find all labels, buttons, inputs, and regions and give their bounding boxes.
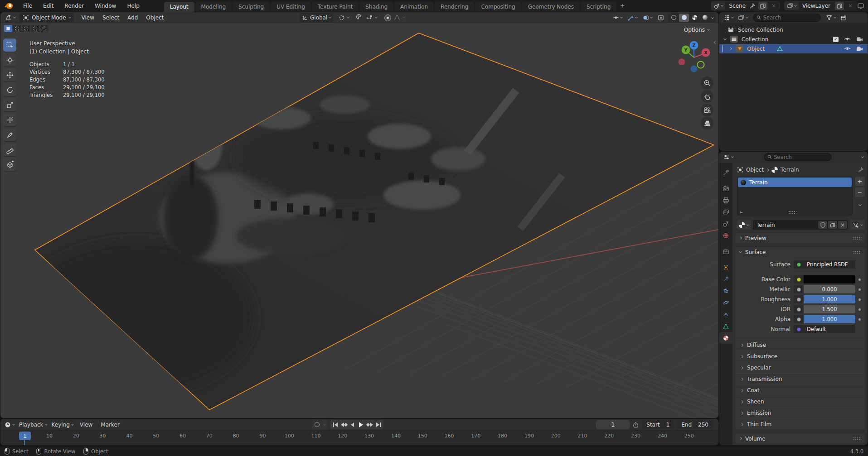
- end-frame-field[interactable]: End 250: [677, 420, 713, 429]
- tool-select-box[interactable]: [3, 38, 16, 52]
- disable-render-camera-icon[interactable]: [856, 46, 863, 52]
- workspace-tab[interactable]: Compositing: [475, 2, 521, 12]
- scene-name[interactable]: Scene: [725, 3, 749, 9]
- animate-dot[interactable]: [858, 298, 861, 301]
- tab-constraints[interactable]: [719, 308, 732, 320]
- material-name-field[interactable]: Terrain ×: [753, 220, 848, 230]
- jump-to-end-button[interactable]: [374, 420, 383, 429]
- zoom-button[interactable]: [701, 77, 713, 89]
- shading-wireframe-button[interactable]: [669, 14, 679, 22]
- playback-menu[interactable]: Playback: [17, 420, 49, 429]
- viewlayer-remove-button[interactable]: ×: [846, 2, 855, 10]
- tool-scale[interactable]: [3, 98, 16, 111]
- subpanel-header[interactable]: Diffuse: [735, 339, 865, 350]
- xray-toggle[interactable]: [655, 13, 666, 22]
- select-mode-subtract-button[interactable]: [22, 25, 30, 32]
- pan-button[interactable]: [701, 90, 713, 103]
- tool-cursor[interactable]: [3, 53, 16, 67]
- gizmo-axis-z-neg[interactable]: [691, 66, 698, 72]
- snap-toggle[interactable]: [354, 13, 379, 22]
- new-material-button[interactable]: [828, 221, 837, 229]
- shading-solid-button[interactable]: [679, 14, 689, 22]
- workspace-tab[interactable]: Scripting: [581, 2, 616, 12]
- object-expand-icon[interactable]: [729, 47, 732, 50]
- workspace-tab[interactable]: Rendering: [435, 2, 474, 12]
- tab-render[interactable]: [719, 182, 732, 194]
- proportional-editing-toggle[interactable]: [382, 13, 407, 22]
- property-field[interactable]: 1.000: [804, 295, 855, 303]
- keying-menu[interactable]: Keying: [49, 420, 76, 429]
- subpanel-header[interactable]: Emission: [735, 407, 865, 418]
- gizmo-axis-y-neg[interactable]: [698, 62, 704, 68]
- start-frame-field[interactable]: Start 1: [642, 420, 674, 429]
- shading-material-button[interactable]: [689, 14, 699, 22]
- outliner-display-mode-dropdown[interactable]: [736, 13, 750, 22]
- tab-particles[interactable]: [719, 285, 732, 297]
- select-mode-extend-button[interactable]: [13, 25, 21, 32]
- hide-eye-icon[interactable]: [844, 46, 851, 51]
- marker-menu[interactable]: Marker: [97, 420, 123, 430]
- subpanel-header[interactable]: Coat: [735, 384, 865, 396]
- breadcrumb-object[interactable]: Object: [746, 167, 764, 173]
- tab-tool[interactable]: [719, 167, 732, 178]
- property-field[interactable]: 0.000: [804, 285, 855, 293]
- workspace-tab[interactable]: Animation: [394, 2, 434, 12]
- pin-icon[interactable]: [749, 3, 756, 9]
- outliner-row-scene-collection[interactable]: Scene Collection: [719, 25, 868, 34]
- animate-dot[interactable]: [858, 308, 861, 311]
- orthographic-toggle-button[interactable]: [701, 117, 713, 130]
- shading-rendered-button[interactable]: [700, 14, 710, 22]
- node-socket[interactable]: [794, 295, 804, 303]
- mode-selector[interactable]: Object Mode: [19, 13, 74, 22]
- fake-user-button[interactable]: [818, 221, 827, 229]
- prev-keyframe-button[interactable]: [339, 420, 348, 429]
- property-field[interactable]: [804, 275, 855, 283]
- stopwatch-icon[interactable]: [632, 422, 639, 428]
- viewport-3d[interactable]: Object Mode ViewSelectAddObject Global: [0, 12, 718, 418]
- transform-orientation-dropdown[interactable]: Global: [300, 13, 333, 22]
- node-socket[interactable]: [794, 305, 804, 313]
- outliner-search[interactable]: [753, 14, 821, 22]
- node-socket[interactable]: [794, 275, 804, 283]
- current-frame-field[interactable]: 1: [596, 420, 630, 429]
- material-slot-list[interactable]: Terrain ►: [737, 177, 853, 216]
- tab-collection[interactable]: [719, 245, 732, 257]
- tool-measure[interactable]: [3, 143, 16, 156]
- outliner-editor-type-button[interactable]: [721, 13, 736, 22]
- tab-view-layer[interactable]: [719, 206, 732, 218]
- outliner-row-collection[interactable]: Collection ✓: [719, 34, 868, 44]
- node-socket[interactable]: [794, 315, 804, 323]
- subpanel-header[interactable]: Subsurface: [735, 350, 865, 362]
- material-browse-button[interactable]: [737, 220, 751, 230]
- pin-icon[interactable]: [858, 167, 864, 173]
- properties-search-input[interactable]: [774, 154, 828, 160]
- timeline-editor-type-button[interactable]: [2, 420, 17, 429]
- tool-rotate[interactable]: [3, 83, 16, 96]
- gizmos-toggle[interactable]: [626, 13, 639, 22]
- outliner-search-input[interactable]: [763, 14, 817, 21]
- auto-keying-button[interactable]: [313, 420, 321, 429]
- slot-expand-icon[interactable]: ►: [740, 210, 743, 214]
- camera-view-button[interactable]: [701, 104, 713, 116]
- node-socket[interactable]: [794, 285, 804, 293]
- next-keyframe-button[interactable]: [365, 420, 374, 429]
- hide-eye-icon[interactable]: [844, 37, 851, 42]
- tab-output[interactable]: [719, 194, 732, 206]
- tab-scene[interactable]: [719, 218, 732, 230]
- jump-to-start-button[interactable]: [331, 420, 339, 429]
- visibility-dropdown[interactable]: [611, 13, 624, 22]
- overlays-toggle[interactable]: [640, 13, 654, 22]
- viewlayer-copy-button[interactable]: [835, 2, 844, 10]
- scene-copy-button[interactable]: [758, 2, 767, 10]
- node-socket[interactable]: [794, 260, 804, 269]
- tab-modifiers[interactable]: [719, 273, 732, 285]
- panel-drag-handle[interactable]: [853, 236, 861, 240]
- surface-panel-header[interactable]: Surface: [735, 247, 865, 257]
- property-field[interactable]: Principled BSDF: [804, 260, 855, 269]
- breadcrumb-material[interactable]: Terrain: [781, 167, 799, 173]
- preview-panel-header[interactable]: Preview: [735, 233, 865, 243]
- new-collection-button[interactable]: [838, 13, 849, 22]
- slot-remove-button[interactable]: −: [855, 187, 865, 197]
- options-button[interactable]: Options: [681, 26, 712, 34]
- topbar-menu[interactable]: File: [18, 0, 38, 12]
